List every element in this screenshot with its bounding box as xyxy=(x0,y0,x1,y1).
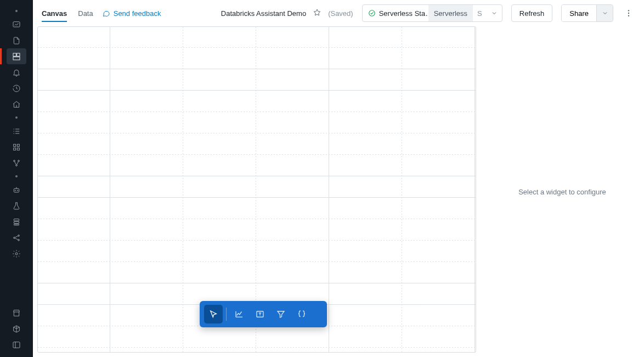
svg-point-20 xyxy=(15,253,18,255)
svg-rect-11 xyxy=(14,188,19,192)
more-menu-button[interactable] xyxy=(622,4,635,22)
nav-robot[interactable] xyxy=(7,182,26,198)
svg-point-24 xyxy=(628,13,629,14)
nav-lineage[interactable] xyxy=(7,155,26,171)
share-nodes-icon xyxy=(12,233,21,242)
filter-icon xyxy=(276,309,286,319)
svg-rect-5 xyxy=(17,144,19,146)
star-icon xyxy=(313,8,321,17)
nav-dashboards[interactable] xyxy=(7,48,26,64)
text-box-icon xyxy=(255,309,265,319)
svg-rect-14 xyxy=(14,219,19,220)
compute-env: Serverless xyxy=(428,5,473,21)
cube-icon xyxy=(12,325,21,333)
pointer-tool[interactable] xyxy=(204,305,223,323)
svg-point-19 xyxy=(18,239,20,241)
store-icon xyxy=(12,309,21,317)
file-icon xyxy=(12,36,21,45)
nav-dashboard[interactable] xyxy=(7,16,26,32)
chevron-down-icon xyxy=(491,10,498,16)
nav-settings[interactable] xyxy=(7,246,26,261)
svg-point-12 xyxy=(15,190,15,191)
svg-point-23 xyxy=(628,10,629,11)
lineage-icon xyxy=(12,159,21,168)
tab-data[interactable]: Data xyxy=(78,0,93,26)
canvas[interactable] xyxy=(37,26,476,353)
svg-point-13 xyxy=(17,190,18,191)
svg-rect-21 xyxy=(13,342,20,348)
compute-status: Serverless Sta… xyxy=(363,9,428,18)
send-feedback-link[interactable]: Send feedback xyxy=(102,9,161,18)
refresh-button[interactable]: Refresh xyxy=(511,4,553,22)
svg-rect-4 xyxy=(14,144,16,146)
braces-icon xyxy=(297,309,307,319)
add-text-tool[interactable] xyxy=(251,305,269,323)
svg-rect-15 xyxy=(14,221,19,223)
add-chart-tool[interactable] xyxy=(230,305,248,323)
nav-history[interactable] xyxy=(7,80,26,96)
nav-file[interactable] xyxy=(7,32,26,48)
add-filter-tool[interactable] xyxy=(272,305,290,323)
nav-queries[interactable] xyxy=(7,139,26,155)
tab-canvas[interactable]: Canvas xyxy=(42,0,67,26)
flask-icon xyxy=(12,202,21,210)
nav-workflows[interactable] xyxy=(7,230,26,246)
svg-point-17 xyxy=(14,237,15,238)
svg-rect-16 xyxy=(14,224,19,225)
history-icon xyxy=(12,84,21,93)
dashboard-title-block: Databricks Assistant Demo (Saved) xyxy=(221,8,353,19)
svg-rect-1 xyxy=(13,53,16,56)
kebab-icon xyxy=(624,9,633,18)
gauge-icon xyxy=(12,20,21,29)
chevron-down-icon xyxy=(602,10,608,16)
toolbar-separator xyxy=(226,308,227,321)
gear-icon xyxy=(12,249,21,258)
nav-catalog[interactable] xyxy=(7,214,26,230)
svg-rect-6 xyxy=(14,148,16,150)
nav-experiments[interactable] xyxy=(7,198,26,214)
share-button[interactable]: Share xyxy=(562,5,596,21)
send-feedback-label: Send feedback xyxy=(114,9,161,18)
svg-point-25 xyxy=(628,15,629,16)
compute-dropdown-chevron[interactable] xyxy=(487,10,502,16)
editor-tabs: Canvas Data xyxy=(42,0,93,26)
check-circle-icon xyxy=(368,9,376,17)
chat-icon xyxy=(102,9,110,18)
sidebar-separator-dot xyxy=(15,116,18,119)
compute-status-label: Serverless Sta… xyxy=(379,9,428,18)
svg-rect-0 xyxy=(13,21,20,26)
svg-rect-3 xyxy=(13,57,20,59)
top-bar: Canvas Data Send feedback Databricks Ass… xyxy=(33,0,644,26)
grid-icon xyxy=(12,143,21,152)
workspace: Select a widget to configure xyxy=(33,26,644,357)
left-sidebar xyxy=(0,0,33,357)
nav-partner[interactable] xyxy=(7,321,26,337)
dashboard-title[interactable]: Databricks Assistant Demo xyxy=(221,9,306,18)
stack-icon xyxy=(12,217,21,226)
add-parameter-tool[interactable] xyxy=(292,305,311,323)
nav-alerts[interactable] xyxy=(7,64,26,80)
svg-rect-7 xyxy=(17,148,19,150)
nav-warehouse[interactable] xyxy=(7,96,26,112)
widget-toolbar xyxy=(200,301,327,327)
svg-point-22 xyxy=(369,10,375,16)
config-panel: Select a widget to configure xyxy=(481,26,644,357)
nav-sql-editor[interactable] xyxy=(7,123,26,139)
line-chart-icon xyxy=(234,309,244,319)
collapse-icon xyxy=(12,341,21,349)
compute-env-short: S xyxy=(473,9,487,18)
svg-point-18 xyxy=(18,235,20,236)
dashboard-grid-icon xyxy=(12,52,21,61)
nav-collapse[interactable] xyxy=(7,337,26,353)
canvas-wrap xyxy=(33,26,481,357)
svg-point-9 xyxy=(18,160,20,161)
compute-selector[interactable]: Serverless Sta… Serverless S xyxy=(362,4,502,22)
favorite-button[interactable] xyxy=(313,8,321,19)
list-check-icon xyxy=(12,127,21,136)
home-up-icon xyxy=(12,100,21,109)
svg-point-10 xyxy=(16,164,18,166)
share-button-group: Share xyxy=(561,4,613,22)
share-dropdown-button[interactable] xyxy=(596,5,613,21)
saved-status: (Saved) xyxy=(328,9,353,18)
nav-marketplace[interactable] xyxy=(7,305,26,321)
